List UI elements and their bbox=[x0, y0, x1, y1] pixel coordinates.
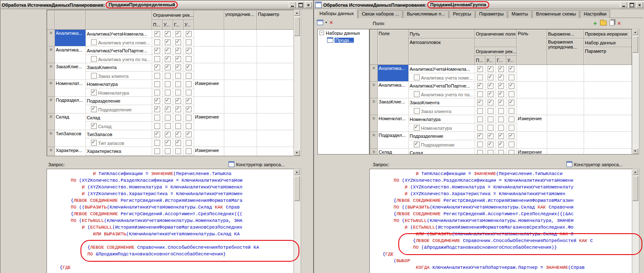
field-restriction-cell[interactable] bbox=[152, 147, 163, 155]
attr-restriction-cell[interactable] bbox=[163, 55, 173, 63]
attr-restriction-checkbox[interactable] bbox=[488, 75, 493, 80]
field-restriction-checkbox[interactable] bbox=[509, 116, 514, 122]
scrollbar-thumb[interactable] bbox=[294, 17, 300, 36]
field-path-cell[interactable]: Склад bbox=[86, 113, 152, 122]
attr-restriction-checkbox[interactable] bbox=[509, 75, 514, 80]
attr-restriction-checkbox[interactable] bbox=[165, 140, 171, 146]
field-restriction-cell[interactable] bbox=[152, 97, 163, 105]
field-expression-cell[interactable] bbox=[547, 149, 584, 155]
field-restriction-checkbox[interactable] bbox=[488, 150, 493, 155]
grid-scrollbar[interactable]: ▲ ▼ bbox=[632, 29, 639, 155]
attr-restriction-checkbox[interactable] bbox=[165, 123, 171, 129]
attr-restriction-checkbox[interactable] bbox=[509, 125, 514, 131]
row-marker[interactable]: ≡ bbox=[47, 46, 55, 63]
field-restriction-checkbox[interactable] bbox=[154, 148, 160, 154]
tree-collapse-icon[interactable]: − bbox=[319, 31, 324, 35]
field-extra-cell[interactable] bbox=[584, 132, 632, 149]
attr-restriction-checkbox[interactable] bbox=[165, 90, 171, 95]
scroll-up-button[interactable]: ▲ bbox=[632, 169, 638, 175]
field-restriction-checkbox[interactable] bbox=[477, 150, 483, 155]
attr-restriction-checkbox[interactable] bbox=[186, 140, 192, 146]
auto-title-checkbox[interactable] bbox=[414, 142, 420, 147]
field-restriction-cell[interactable] bbox=[163, 113, 173, 122]
field-restriction-cell[interactable] bbox=[173, 80, 184, 88]
attr-restriction-cell[interactable] bbox=[475, 90, 486, 98]
field-restriction-checkbox[interactable] bbox=[186, 148, 192, 154]
attr-restriction-cell[interactable] bbox=[173, 122, 184, 130]
attr-restriction-checkbox[interactable] bbox=[154, 56, 160, 62]
field-restriction-checkbox[interactable] bbox=[154, 131, 160, 137]
scrollbar-thumb[interactable] bbox=[294, 176, 300, 201]
attr-restriction-checkbox[interactable] bbox=[498, 91, 504, 97]
scroll-up-button[interactable]: ▲ bbox=[632, 29, 638, 35]
field-restriction-cell[interactable] bbox=[163, 147, 173, 155]
field-restriction-cell[interactable] bbox=[152, 80, 163, 88]
field-restriction-checkbox[interactable] bbox=[509, 100, 514, 106]
field-restriction-cell[interactable] bbox=[486, 132, 496, 140]
field-restriction-cell[interactable] bbox=[506, 132, 517, 140]
row-marker[interactable]: ≡ bbox=[370, 98, 378, 115]
field-path-cell[interactable]: АналитикаУчетаПоПартне... bbox=[86, 46, 152, 55]
field-restriction-cell[interactable] bbox=[152, 46, 163, 55]
field-expression-cell[interactable] bbox=[547, 82, 584, 98]
attr-restriction-checkbox[interactable] bbox=[175, 123, 181, 129]
field-restriction-cell[interactable] bbox=[163, 30, 173, 38]
field-restriction-cell[interactable] bbox=[184, 63, 194, 72]
field-restriction-cell[interactable] bbox=[152, 30, 163, 38]
attr-restriction-checkbox[interactable] bbox=[488, 125, 493, 131]
field-restriction-checkbox[interactable] bbox=[186, 31, 192, 37]
field-name-cell[interactable]: ТипЗапасов bbox=[55, 130, 86, 147]
auto-title-checkbox[interactable] bbox=[91, 56, 97, 62]
field-restriction-checkbox[interactable] bbox=[165, 148, 171, 154]
field-restriction-checkbox[interactable] bbox=[186, 81, 192, 87]
field-name-cell[interactable]: Характери... bbox=[55, 147, 86, 157]
attr-restriction-checkbox[interactable] bbox=[498, 75, 504, 80]
field-role-cell[interactable]: Измерение bbox=[194, 113, 224, 130]
field-path-cell[interactable]: АналитикаУчетаНоменкла... bbox=[86, 30, 152, 38]
attr-restriction-cell[interactable] bbox=[506, 90, 517, 98]
close-button[interactable]: × bbox=[636, 2, 643, 8]
attr-restriction-checkbox[interactable] bbox=[154, 140, 160, 146]
attr-restriction-checkbox[interactable] bbox=[154, 106, 160, 112]
field-restriction-cell[interactable] bbox=[506, 82, 517, 90]
field-restriction-checkbox[interactable] bbox=[186, 48, 192, 54]
attr-restriction-checkbox[interactable] bbox=[488, 108, 493, 114]
auto-title-cell[interactable]: Номенклатура bbox=[86, 88, 152, 97]
field-restriction-checkbox[interactable] bbox=[154, 48, 160, 54]
attr-restriction-cell[interactable] bbox=[496, 90, 506, 98]
field-restriction-checkbox[interactable] bbox=[175, 48, 181, 54]
field-restriction-checkbox[interactable] bbox=[175, 148, 181, 154]
attr-restriction-checkbox[interactable] bbox=[477, 142, 483, 147]
attr-restriction-cell[interactable] bbox=[163, 88, 173, 97]
field-restriction-checkbox[interactable] bbox=[165, 115, 171, 121]
row-marker[interactable]: ≡ bbox=[47, 97, 55, 113]
row-marker[interactable]: ≡ bbox=[47, 80, 55, 97]
field-restriction-cell[interactable] bbox=[173, 63, 184, 72]
attr-restriction-checkbox[interactable] bbox=[175, 39, 181, 45]
field-restriction-cell[interactable] bbox=[152, 113, 163, 122]
field-restriction-checkbox[interactable] bbox=[154, 98, 160, 104]
field-restriction-cell[interactable] bbox=[184, 46, 194, 55]
tab-6[interactable]: Макеты bbox=[508, 10, 532, 18]
field-restriction-cell[interactable] bbox=[486, 115, 496, 124]
field-restriction-cell[interactable] bbox=[506, 115, 517, 124]
tree-root[interactable]: − Наборы данных bbox=[318, 29, 369, 36]
field-restriction-cell[interactable] bbox=[486, 82, 496, 90]
field-expression-cell[interactable] bbox=[547, 98, 584, 115]
field-extra-cell[interactable] bbox=[257, 30, 294, 46]
field-restriction-cell[interactable] bbox=[496, 82, 506, 90]
field-name-cell[interactable]: Аналитика... bbox=[55, 46, 86, 63]
field-path-cell[interactable]: Номенклатура bbox=[409, 115, 475, 124]
field-restriction-checkbox[interactable] bbox=[509, 133, 514, 139]
attr-restriction-cell[interactable] bbox=[506, 73, 517, 82]
attr-restriction-cell[interactable] bbox=[163, 105, 173, 113]
attr-restriction-checkbox[interactable] bbox=[186, 106, 192, 112]
field-restriction-checkbox[interactable] bbox=[509, 83, 514, 89]
attr-restriction-checkbox[interactable] bbox=[498, 142, 504, 147]
auto-title-cell[interactable]: Аналитика учета номе... bbox=[409, 73, 475, 82]
field-restriction-checkbox[interactable] bbox=[154, 64, 160, 70]
auto-title-checkbox[interactable] bbox=[414, 91, 420, 97]
auto-title-cell[interactable]: Тип запасов bbox=[86, 139, 152, 147]
field-path-cell[interactable]: АналитикаУчетаПоПартне... bbox=[409, 82, 475, 90]
attr-restriction-checkbox[interactable] bbox=[488, 142, 493, 147]
